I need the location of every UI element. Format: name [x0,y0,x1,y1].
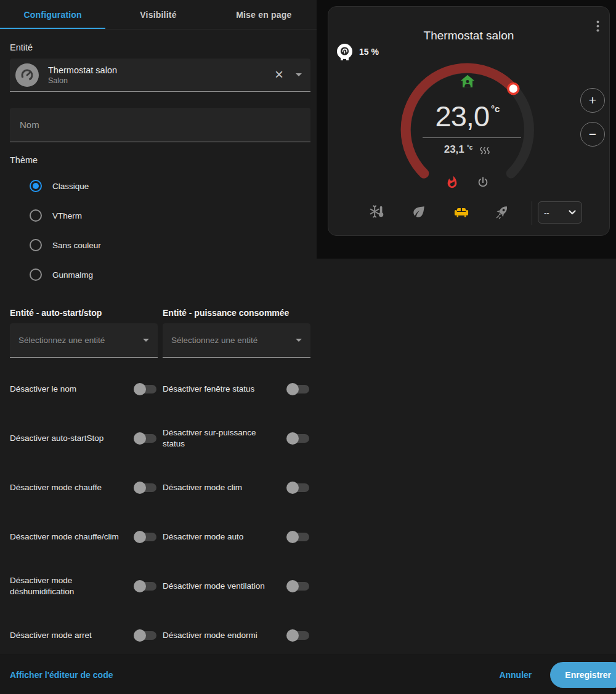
gauge-icon [20,68,34,83]
cancel-button[interactable]: Annuler [499,670,532,680]
tab-mise-en-page[interactable]: Mise en page [211,0,317,29]
valve-icon [337,44,352,59]
save-button[interactable]: Enregistrer [550,662,616,688]
increase-temperature-button[interactable]: + [580,88,605,113]
tab-configuration[interactable]: Configuration [0,0,105,29]
toggle-switch[interactable] [136,385,156,393]
radio-icon[interactable] [30,209,42,222]
toggle-row-disable-heatcool-mode: Désactiver mode chauffe/clim [10,531,158,543]
toggle-switch[interactable] [136,631,156,640]
dial-divider [423,137,521,138]
radio-icon[interactable] [30,268,42,281]
autostart-entity-label: Entité - auto-start/stop [10,308,158,318]
current-temperature-unit: °c [491,103,500,114]
toggle-switch[interactable] [136,533,156,541]
toggle-row-disable-window-status: Désactiver fenêtre status [163,384,310,395]
power-off-icon[interactable] [476,176,490,189]
heat-waves-icon [479,145,491,157]
card-editor-panel: Configuration Visibilité Mise en page En… [0,0,317,655]
toggle-row-disable-heat-mode: Désactiver mode chauffe [10,482,158,493]
show-code-editor-link[interactable]: Afficher l'éditeur de code [10,670,113,680]
toggle-row-disable-auto-mode: Désactiver mode auto [163,531,310,543]
toggle-switch[interactable] [288,483,309,492]
power-entity-select[interactable]: Sélectionnez une entité [163,323,310,358]
current-temperature: 23,0 °c [328,99,607,133]
preset-boost-rocket-icon[interactable] [495,204,511,220]
target-temperature: 23,1 °c [328,143,607,157]
home-presence-icon [460,73,476,92]
card-title: Thermostat salon [328,29,609,42]
preset-frost-protection-icon[interactable] [369,204,385,220]
radio-icon[interactable] [30,239,42,251]
radio-gunmalmg[interactable]: Gunmalmg [10,260,310,289]
toggle-switch[interactable] [288,533,309,541]
chevron-down-icon[interactable] [296,73,302,76]
toggle-row-disable-fan-mode: Désactiver mode ventilation [163,581,310,592]
preset-divider [532,201,532,225]
card-preview-pane: Thermostat salon 15 % [317,0,616,259]
preset-eco-leaf-icon[interactable] [411,204,427,220]
current-temperature-value: 23,0 [436,99,489,133]
target-temperature-unit: °c [467,144,473,151]
decrease-temperature-button[interactable]: − [580,122,605,147]
theme-section-label: Thème [10,155,310,165]
radio-vtherm[interactable]: VTherm [10,201,310,230]
toggle-switch[interactable] [136,483,156,492]
power-entity-label: Entité - puissance consommée [163,308,310,318]
name-input[interactable]: Nom [10,108,310,142]
radio-classique[interactable]: Classique [10,171,310,201]
toggle-row-disable-autostartstop: Désactiver auto-startStop [10,433,158,444]
toggle-switch[interactable] [136,434,156,443]
preset-mode-select-value: -- [544,208,549,217]
toggle-row-disable-overpower-status: Désactiver sur-puissance status [163,427,310,450]
toggle-switch[interactable] [288,631,309,640]
hvac-mode-buttons [328,176,607,189]
thermostat-card: Thermostat salon 15 % [328,6,610,236]
entity-picker-value: Thermostat salon [48,65,275,75]
toggle-row-disable-off-mode: Désactiver mode arret [10,630,158,641]
toggle-options: Désactiver le nom Désactiver fenêtre sta… [10,365,310,660]
toggle-row-disable-dry-mode: Désactiver mode déshumidification [10,575,158,597]
chevron-down-icon [296,339,302,342]
preset-mode-select[interactable]: -- [538,201,582,224]
radio-sans-couleur[interactable]: Sans couleur [10,230,310,260]
heat-mode-flame-icon[interactable] [445,176,459,189]
autostart-entity-select[interactable]: Sélectionnez une entité [10,323,158,358]
valve-badge: 15 % [337,44,379,59]
thermostat-avatar [15,63,39,87]
toggle-row-disable-name: Désactiver le nom [10,384,158,395]
valve-percent: 15 % [359,47,379,57]
dial-handle [508,84,519,94]
editor-tabs: Configuration Visibilité Mise en page [0,0,317,30]
theme-radio-group: Classique VTherm Sans couleur Gunmalmg [10,171,310,289]
toggle-switch[interactable] [288,582,309,591]
entity-section-label: Entité [10,42,310,52]
chevron-down-icon [143,339,149,342]
preset-comfort-sofa-icon[interactable] [453,204,469,220]
toggle-row-disable-sleep-mode: Désactiver mode endormi [163,630,310,641]
toggle-switch[interactable] [136,582,156,591]
entity-picker[interactable]: Thermostat salon Salon × [10,59,310,92]
chevron-down-icon [569,210,576,215]
toggle-switch[interactable] [288,434,309,443]
tab-visibilite[interactable]: Visibilité [105,0,211,29]
name-input-label: Nom [20,119,39,130]
target-temperature-value: 23,1 [444,143,464,156]
toggle-switch[interactable] [288,385,309,393]
toggle-row-disable-cool-mode: Désactiver mode clim [163,482,310,493]
clear-icon[interactable]: × [275,67,283,82]
editor-footer: Afficher l'éditeur de code Annuler Enreg… [0,655,616,694]
radio-icon[interactable] [30,180,42,192]
entity-picker-secondary: Salon [48,76,275,85]
